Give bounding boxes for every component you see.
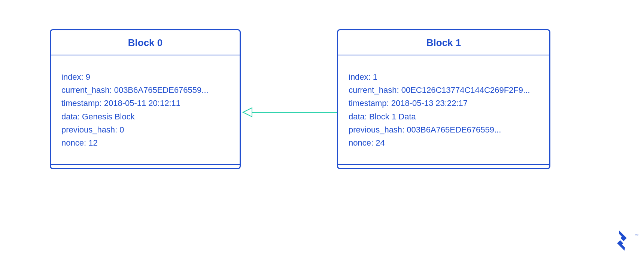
block-1-field-data: data: Block 1 Data [349,110,539,123]
svg-marker-1 [243,108,252,117]
block-0-field-index: index: 9 [61,70,229,83]
block-0-field-previous-hash: previous_hash: 0 [61,123,229,136]
block-1-field-timestamp: timestamp: 2018-05-13 23:22:17 [349,97,539,110]
block-1-field-current-hash: current_hash: 00EC126C13774C144C269F2F9.… [349,83,539,97]
block-0-field-data: data: Genesis Block [61,110,229,123]
block-0: Block 0 index: 9 current_hash: 003B6A765… [50,29,241,169]
block-1: Block 1 index: 1 current_hash: 00EC126C1… [337,29,550,169]
trademark-symbol: ™ [635,233,639,237]
block-1-field-previous-hash: previous_hash: 003B6A765EDE676559... [349,123,539,136]
block-1-footer [338,164,549,168]
block-0-field-timestamp: timestamp: 2018-05-11 20:12:11 [61,97,229,110]
block-0-body: index: 9 current_hash: 003B6A765EDE67655… [51,55,240,164]
toptal-logo-icon [611,230,633,252]
block-1-field-nonce: nonce: 24 [349,136,539,149]
diagram-canvas: Block 0 index: 9 current_hash: 003B6A765… [0,0,644,259]
block-0-title: Block 0 [51,30,240,55]
block-0-footer [51,164,240,168]
link-arrow [241,105,337,120]
block-1-body: index: 1 current_hash: 00EC126C13774C144… [338,55,549,164]
block-1-field-index: index: 1 [349,70,539,83]
block-0-field-current-hash: current_hash: 003B6A765EDE676559... [61,83,229,97]
block-0-field-nonce: nonce: 12 [61,136,229,149]
block-1-title: Block 1 [338,30,549,55]
